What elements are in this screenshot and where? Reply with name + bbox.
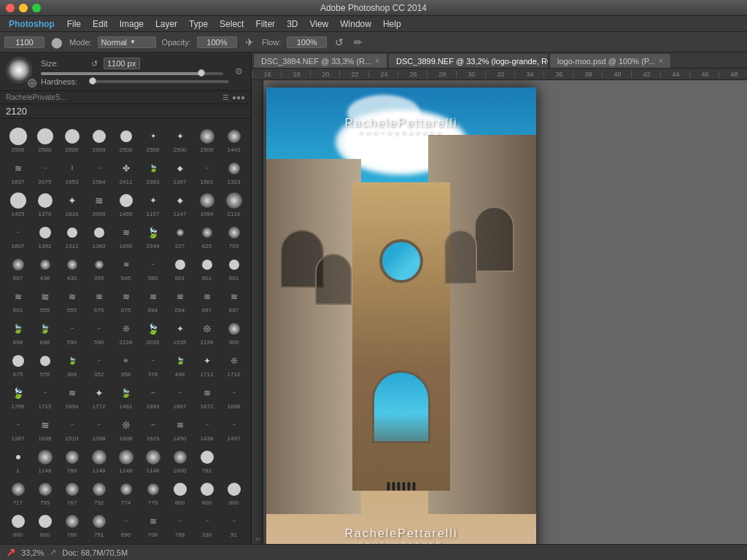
tab-close-logomoo[interactable]: ×: [659, 57, 663, 65]
brush-preset-item[interactable]: 800: [31, 508, 58, 540]
brush-preset-item[interactable]: ✦1711: [193, 348, 220, 380]
brush-preset-item[interactable]: ≋694: [166, 284, 193, 316]
brush-preset-item[interactable]: ≋356: [112, 348, 139, 380]
brush-preset-item[interactable]: 782: [193, 444, 220, 476]
brush-preset-item[interactable]: ···1387: [4, 412, 31, 444]
brush-preset-item[interactable]: 1: [4, 444, 31, 476]
brush-preset-item[interactable]: 395: [85, 252, 112, 284]
brush-preset-item[interactable]: ≋555: [31, 284, 58, 316]
maximize-button[interactable]: [32, 4, 41, 12]
brush-preset-item[interactable]: 900: [220, 316, 247, 348]
brush-preset-item[interactable]: ≋2006: [85, 187, 112, 219]
brush-preset-item[interactable]: ≋694: [139, 284, 166, 316]
brush-preset-item[interactable]: 800: [166, 476, 193, 508]
brush-preset-item[interactable]: ···1510: [58, 412, 85, 444]
brush-preset-item[interactable]: ◆1147: [166, 187, 193, 219]
brush-preset-item[interactable]: 1148: [112, 444, 139, 476]
menu-filter[interactable]: Filter: [250, 18, 280, 31]
brush-preset-item[interactable]: ···690: [112, 508, 139, 540]
brush-preset-item[interactable]: 1392: [31, 219, 58, 252]
brush-preset-item[interactable]: 767: [58, 476, 85, 508]
brush-preset-item[interactable]: 795: [31, 476, 58, 508]
brush-preset-item[interactable]: ···1581: [193, 155, 220, 187]
brush-preset-item[interactable]: 1425: [4, 187, 31, 219]
brush-preset-item[interactable]: ···1667: [166, 380, 193, 412]
brush-preset-item[interactable]: 227: [166, 219, 193, 252]
brush-preset-item[interactable]: ❊2128: [112, 316, 139, 348]
brush-preset-item[interactable]: 2500: [193, 123, 220, 155]
brush-preset-item[interactable]: 800: [220, 476, 247, 508]
brush-preset-item[interactable]: 🍃2349: [139, 219, 166, 252]
brush-preset-item[interactable]: 🍃1481: [112, 380, 139, 412]
mode-dropdown[interactable]: Normal ▼: [98, 36, 156, 48]
brush-preset-item[interactable]: ❊1608: [112, 412, 139, 444]
brush-preset-item[interactable]: 🍃2363: [139, 155, 166, 187]
brush-preset-item[interactable]: 2500: [58, 123, 85, 155]
brush-preset-item[interactable]: ···1607: [4, 219, 31, 252]
brush-preset-item[interactable]: 774: [112, 476, 139, 508]
menu-edit[interactable]: Edit: [88, 18, 113, 31]
tab-dsc3884[interactable]: DSC_3884.NEF @ 33,3% (R... ×: [253, 53, 387, 68]
brush-preset-item[interactable]: ≋1694: [58, 380, 85, 412]
brush-preset-item[interactable]: ···788: [166, 508, 193, 540]
brush-preset-item[interactable]: ✦1535: [166, 316, 193, 348]
brush-preset-item[interactable]: ≋697: [193, 284, 220, 316]
brush-preset-item[interactable]: ≋708: [139, 508, 166, 540]
brush-preset-item[interactable]: 1148: [85, 444, 112, 476]
brush-preset-item[interactable]: ···91: [220, 508, 247, 540]
brush-preset-item[interactable]: 1000: [166, 444, 193, 476]
brush-preset-item[interactable]: ···580: [139, 252, 166, 284]
brush-grid[interactable]: 25002500250025002500✦2500✦250025001443≋1…: [0, 119, 251, 544]
size-slider[interactable]: [41, 72, 223, 75]
brush-preset-item[interactable]: ≋545: [112, 252, 139, 284]
canvas-viewport[interactable]: 3: [252, 80, 747, 544]
brush-preset-item[interactable]: 766: [58, 508, 85, 540]
menu-type[interactable]: Type: [184, 18, 213, 31]
brush-preset-item[interactable]: 625: [193, 219, 220, 252]
brush-list-view-icon[interactable]: ☰: [222, 93, 229, 101]
brush-preset-item[interactable]: ···376: [139, 348, 166, 380]
brush-preset-item[interactable]: 1094: [193, 187, 220, 219]
flow-icon[interactable]: ↺: [333, 36, 346, 49]
brush-preset-item[interactable]: ≋1837: [4, 155, 31, 187]
brush-preset-item[interactable]: 800: [4, 508, 31, 540]
brush-preset-item[interactable]: 788: [58, 444, 85, 476]
brush-preset-item[interactable]: ···1497: [220, 412, 247, 444]
brush-preset-item[interactable]: ···1398: [85, 412, 112, 444]
brush-preset-item[interactable]: 1312: [58, 219, 85, 252]
brush-preset-item[interactable]: 🍃1766: [4, 380, 31, 412]
brush-preset-item[interactable]: 2500: [31, 123, 58, 155]
close-button[interactable]: [6, 4, 15, 12]
opacity-airbrush-icon[interactable]: ✈: [243, 36, 256, 49]
brush-settings-gear-icon[interactable]: ⚙: [235, 66, 245, 77]
brush-preset-item[interactable]: 438: [31, 252, 58, 284]
tab-logomoo[interactable]: logo-moo.psd @ 100% (P... ×: [549, 53, 671, 68]
photoshop-document[interactable]: RachelePettarelli PHOTOGRAPHER RachelePe…: [266, 88, 536, 544]
brush-preset-item[interactable]: ···2075: [31, 155, 58, 187]
brush-preset-item[interactable]: ···1584: [85, 155, 112, 187]
brush-preset-item[interactable]: 2500: [112, 123, 139, 155]
brush-preset-item[interactable]: ≋675: [85, 284, 112, 316]
brush-preset-item[interactable]: ···1696: [220, 380, 247, 412]
brush-preset-item[interactable]: 2110: [220, 187, 247, 219]
menu-3d[interactable]: 3D: [282, 18, 303, 31]
brush-preset-item[interactable]: ✦1772: [85, 380, 112, 412]
menu-window[interactable]: Window: [335, 18, 376, 31]
brush-preset-item[interactable]: ···352: [85, 348, 112, 380]
brush-preset-item[interactable]: 1148: [31, 444, 58, 476]
tab-dsc3899[interactable]: DSC_3899.NEF @ 33,2% (logo-grande, RGB/8…: [388, 53, 549, 68]
brush-preset-item[interactable]: ⌇1653: [58, 155, 85, 187]
brush-preset-item[interactable]: 🍃368: [58, 348, 85, 380]
brush-preset-item[interactable]: ◆1397: [166, 155, 193, 187]
menu-image[interactable]: Image: [115, 18, 149, 31]
brush-preset-item[interactable]: ≋675: [112, 284, 139, 316]
brush-preset-item[interactable]: 🍃698: [4, 316, 31, 348]
brush-preset-item[interactable]: ✦1157: [139, 187, 166, 219]
brush-preset-item[interactable]: 791: [85, 508, 112, 540]
brush-preset-item[interactable]: 601: [220, 252, 247, 284]
brush-preset-item[interactable]: 1443: [220, 123, 247, 155]
size-reset-icon[interactable]: ↺: [88, 57, 101, 70]
brush-preset-item[interactable]: ❊2139: [193, 316, 220, 348]
brush-preset-item[interactable]: 1148: [139, 444, 166, 476]
brush-preset-item[interactable]: ≋697: [220, 284, 247, 316]
